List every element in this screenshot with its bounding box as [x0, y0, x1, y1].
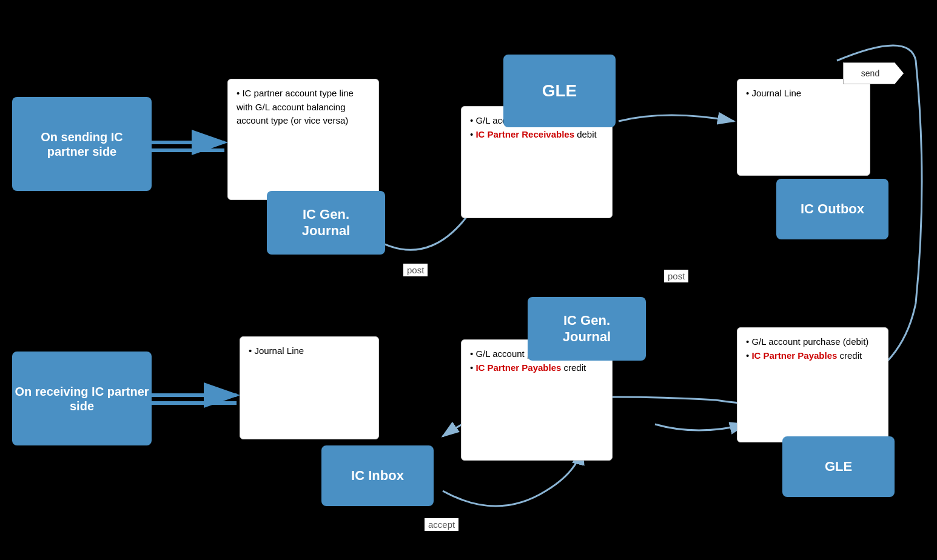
top-left-info-item-1: IC partner account type line with G/L ac…	[237, 87, 370, 128]
ic-outbox-box: IC Outbox	[776, 179, 888, 239]
ic-partner-payables-right-text: IC Partner Payables	[751, 350, 837, 361]
accept-label: accept	[425, 518, 458, 531]
top-left-info-box: IC partner account type line with G/L ac…	[227, 79, 379, 200]
gle-bottom-label: GLE	[825, 459, 852, 475]
bottom-right-info-item-1: G/L account purchase (debit)	[746, 335, 879, 349]
top-left-info-list: IC partner account type line with G/L ac…	[237, 87, 370, 128]
ic-gen-journal-top-label: IC Gen. Journal	[302, 207, 350, 239]
ic-inbox-label: IC Inbox	[351, 468, 404, 484]
send-arrow: send	[843, 62, 904, 84]
top-right-journal-box: Journal Line	[737, 79, 870, 176]
diagram: On sending IC partner side IC partner ac…	[0, 0, 937, 560]
gle-bottom-box: GLE	[782, 436, 895, 497]
gle-top-box: GLE	[503, 55, 616, 127]
ic-partner-payables-middle-text: IC Partner Payables	[475, 362, 561, 373]
receiving-partner-label: On receiving IC partner side	[12, 384, 152, 413]
ic-outbox-label: IC Outbox	[801, 201, 864, 217]
sending-partner-label: On sending IC partner side	[41, 130, 123, 159]
top-right-journal-item: Journal Line	[746, 87, 861, 101]
ic-inbox-box: IC Inbox	[321, 445, 434, 506]
ic-gen-journal-bottom-label: IC Gen. Journal	[563, 313, 611, 345]
post-bottom-label: post	[664, 270, 688, 282]
receiving-partner-box: On receiving IC partner side	[12, 352, 152, 445]
accept-text: accept	[428, 519, 455, 530]
bottom-middle-info-item-2: IC Partner Payables credit	[470, 361, 603, 375]
post-top-text: post	[407, 265, 424, 275]
bottom-left-journal-item: Journal Line	[249, 344, 370, 358]
ic-gen-journal-bottom-box: IC Gen. Journal	[528, 297, 646, 361]
ic-gen-journal-top-box: IC Gen. Journal	[267, 191, 385, 255]
gle-top-label: GLE	[542, 81, 577, 101]
bottom-right-info-item-2: IC Partner Payables credit	[746, 349, 879, 363]
sending-partner-box: On sending IC partner side	[12, 97, 152, 191]
bottom-right-info-box: G/L account purchase (debit) IC Partner …	[737, 327, 888, 442]
bottom-right-info-list: G/L account purchase (debit) IC Partner …	[746, 335, 879, 362]
send-label: send	[861, 68, 879, 78]
bottom-left-journal-box: Journal Line	[240, 336, 379, 439]
post-top-label: post	[403, 264, 428, 276]
top-right-journal-list: Journal Line	[746, 87, 861, 101]
ic-partner-receivables-text: IC Partner Receivables	[475, 129, 574, 139]
bottom-left-journal-list: Journal Line	[249, 344, 370, 358]
gle-top-info-item-2: IC Partner Receivables debit	[470, 128, 603, 142]
post-bottom-text: post	[668, 271, 685, 281]
